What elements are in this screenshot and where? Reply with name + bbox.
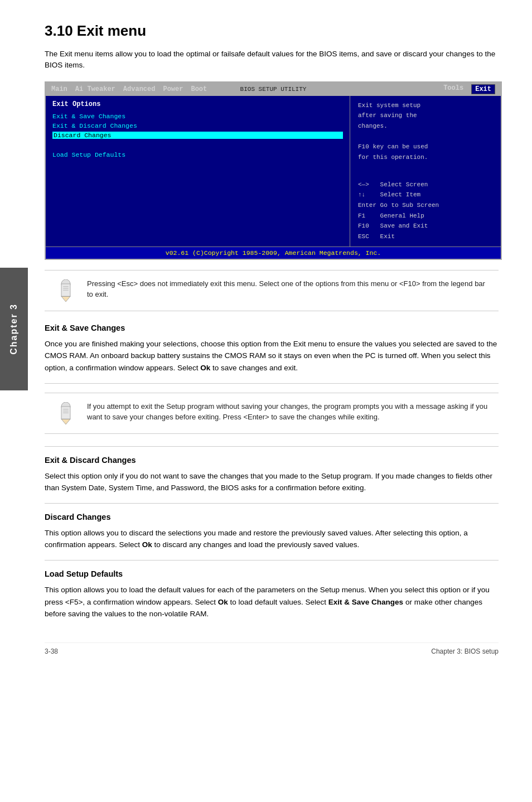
bios-title: BIOS SETUP UTILITY	[240, 86, 307, 93]
bios-item-discard: Discard Changes	[52, 132, 343, 139]
bios-exit-options-title: Exit Options	[52, 100, 343, 108]
bios-menu-power: Power	[163, 85, 183, 93]
bios-item-exit-discard: Exit & Discard Changes	[52, 122, 343, 129]
legend-f10: F10 Save and Exit	[358, 221, 493, 231]
bios-menu-left: Main Ai Tweaker Advanced Power Boot	[51, 85, 207, 93]
section-exit-save: Exit & Save Changes Once you are finishe…	[45, 323, 499, 374]
bios-item-exit-save: Exit & Save Changes	[52, 113, 343, 120]
bios-help-text: Exit system setup after saving the chang…	[358, 100, 493, 163]
chapter-sidebar: Chapter 3	[0, 268, 28, 390]
note-icon-1	[54, 278, 78, 303]
bios-right-panel: Exit system setup after saving the chang…	[350, 96, 501, 247]
bios-footer: v02.61 (C)Copyright 1985-2009, American …	[46, 247, 501, 259]
intro-text: The Exit menu items allow you to load th…	[45, 49, 499, 71]
section-discard: Discard Changes This option allows you t…	[45, 513, 499, 551]
legend-esc: ESC Exit	[358, 231, 493, 242]
page-footer: 3-38 Chapter 3: BIOS setup	[45, 642, 499, 655]
chapter-label: Chapter 3	[9, 303, 19, 355]
section-load-defaults: Load Setup Defaults This option allows y…	[45, 569, 499, 620]
svg-marker-2	[61, 296, 70, 302]
section-body-exit-discard: Select this option only if you do not wa…	[45, 470, 499, 494]
note-text-1: Pressing <Esc> does not immediately exit…	[87, 278, 490, 300]
note-box-1: Pressing <Esc> does not immediately exit…	[45, 270, 499, 311]
legend-updown: ↑↓ Select Item	[358, 190, 493, 200]
section-body-discard: This option allows you to discard the se…	[45, 527, 499, 551]
svg-marker-9	[61, 419, 70, 424]
bios-body: Exit Options Exit & Save Changes Exit & …	[46, 96, 501, 247]
divider-2	[45, 446, 499, 447]
footer-chapter: Chapter 3: BIOS setup	[431, 648, 499, 655]
section-body-load-defaults: This option allows you to load the defau…	[45, 584, 499, 620]
section-heading-load-defaults: Load Setup Defaults	[45, 569, 499, 578]
bios-item-load-defaults: Load Setup Defaults	[52, 151, 343, 158]
bios-menu-right: Tools Exit	[443, 84, 495, 94]
legend-enter: Enter Go to Sub Screen	[358, 200, 493, 211]
section-heading-exit-save: Exit & Save Changes	[45, 323, 499, 332]
bios-legend: <―> Select Screen ↑↓ Select Item Enter G…	[358, 180, 493, 242]
bios-menu-boot: Boot	[191, 85, 207, 93]
bios-screen: Main Ai Tweaker Advanced Power Boot BIOS…	[45, 81, 502, 260]
section-exit-discard: Exit & Discard Changes Select this optio…	[45, 456, 499, 494]
bios-menu-advanced: Advanced	[123, 85, 156, 93]
section-body-exit-save: Once you are finished making your select…	[45, 338, 499, 374]
bios-menubar: Main Ai Tweaker Advanced Power Boot BIOS…	[46, 83, 501, 96]
pencil-icon	[55, 279, 77, 302]
bios-menu-exit-selected: Exit	[471, 84, 495, 94]
bios-menu-main: Main	[51, 85, 67, 93]
note-icon-2	[54, 401, 78, 426]
note-box-2: If you attempt to exit the Setup program…	[45, 393, 499, 434]
pencil-icon-2	[55, 402, 77, 424]
legend-arrows: <―> Select Screen	[358, 180, 493, 190]
bios-menu-ai-tweaker: Ai Tweaker	[75, 85, 115, 93]
bios-menu-tools: Tools	[443, 84, 463, 94]
divider-4	[45, 560, 499, 561]
legend-f1: F1 General Help	[358, 211, 493, 221]
divider-3	[45, 503, 499, 504]
section-heading-discard: Discard Changes	[45, 513, 499, 521]
footer-page-number: 3-38	[45, 648, 58, 655]
page-title: 3.10 Exit menu	[45, 22, 499, 40]
note-text-2: If you attempt to exit the Setup program…	[87, 401, 490, 423]
bios-left-panel: Exit Options Exit & Save Changes Exit & …	[46, 96, 350, 247]
section-heading-exit-discard: Exit & Discard Changes	[45, 456, 499, 465]
divider-1	[45, 383, 499, 384]
